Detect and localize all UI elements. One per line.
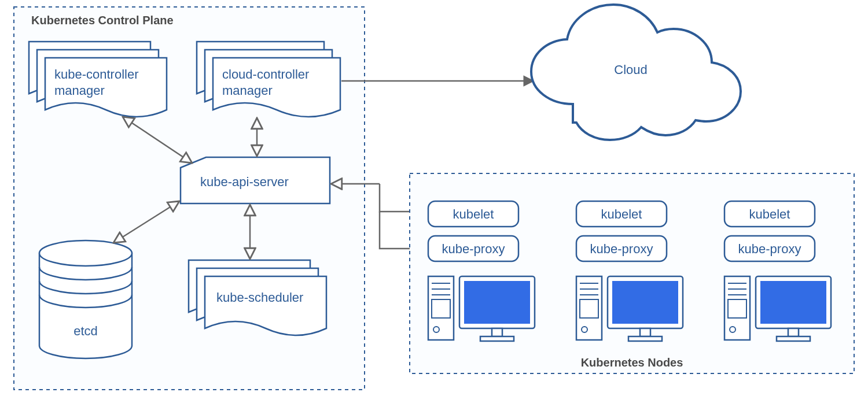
kube-proxy-label: kube-proxy [442, 242, 505, 256]
svg-text:manager: manager [54, 83, 105, 98]
svg-rect-26 [492, 328, 502, 336]
kube-scheduler: kube-scheduler [189, 260, 326, 335]
svg-rect-41 [628, 336, 662, 341]
svg-rect-36 [580, 299, 598, 318]
svg-text:etcd: etcd [73, 324, 98, 338]
svg-rect-25 [464, 281, 530, 324]
svg-point-37 [582, 327, 587, 332]
kubernetes-nodes-title: Kubernetes Nodes [581, 356, 683, 369]
kube-api-server: kube-api-server [181, 157, 330, 203]
kubernetes-architecture-diagram: Kubernetes Control Plane kube-controller… [0, 0, 868, 396]
cloud-controller-manager: cloud-controller manager [197, 42, 340, 117]
svg-text:manager: manager [222, 83, 273, 98]
svg-text:kube-controller: kube-controller [54, 67, 139, 82]
svg-point-6 [39, 240, 132, 266]
svg-point-51 [730, 327, 735, 332]
svg-rect-53 [760, 281, 826, 324]
svg-text:cloud-controller: cloud-controller [222, 67, 309, 82]
svg-text:kubelet: kubelet [749, 207, 790, 221]
svg-rect-55 [777, 336, 810, 341]
svg-rect-22 [432, 299, 450, 318]
svg-rect-54 [788, 328, 799, 336]
svg-text:kube-api-server: kube-api-server [200, 175, 289, 189]
svg-text:kubelet: kubelet [601, 207, 642, 221]
svg-rect-27 [480, 336, 514, 341]
cloud-icon: Cloud [531, 5, 741, 140]
kube-controller-manager: kube-controller manager [29, 42, 167, 117]
svg-rect-40 [640, 328, 650, 336]
svg-rect-39 [612, 281, 678, 324]
control-plane-title: Kubernetes Control Plane [31, 14, 174, 27]
svg-point-23 [433, 327, 439, 332]
kubelet-label: kubelet [453, 207, 494, 221]
svg-rect-50 [728, 299, 746, 318]
svg-text:kube-scheduler: kube-scheduler [216, 290, 303, 305]
etcd-database: etcd [39, 240, 132, 358]
svg-text:kube-proxy: kube-proxy [738, 242, 801, 256]
svg-text:kube-proxy: kube-proxy [590, 242, 653, 256]
cloud-label: Cloud [614, 62, 647, 77]
